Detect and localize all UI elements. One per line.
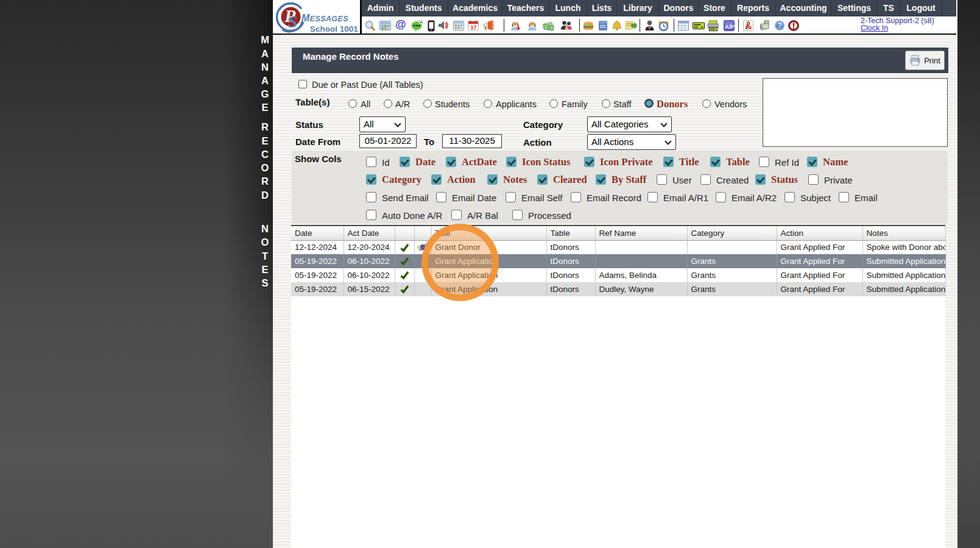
svg-text:S: S [288,12,298,31]
svg-text:?: ? [778,21,783,30]
svg-text:17: 17 [471,24,477,30]
svg-text:A/P: A/P [725,23,735,30]
